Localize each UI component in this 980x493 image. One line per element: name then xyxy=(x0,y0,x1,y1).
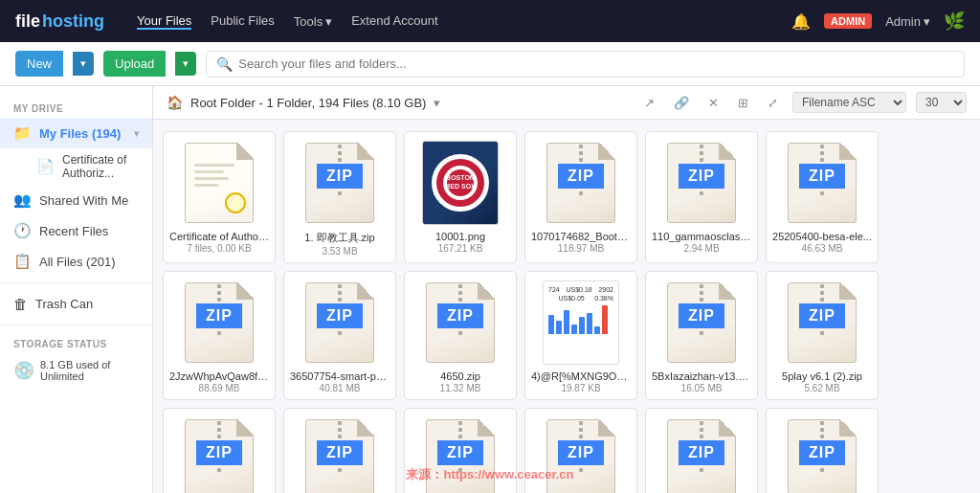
zip-thumb: ZIP xyxy=(788,143,857,223)
chevron-down-icon: ▾ xyxy=(134,128,139,139)
file-grid: Certificate of Authori... 7 files, 0.00 … xyxy=(153,120,980,493)
file-thumb: ZIP xyxy=(301,140,378,226)
new-dropdown-button[interactable]: ▾ xyxy=(73,52,94,76)
zip-thumb: ZIP xyxy=(788,282,857,363)
nav-your-files[interactable]: Your Files xyxy=(137,13,191,30)
file-card[interactable]: ZIP 1. 即教工具.zip 3.53 MB xyxy=(283,131,396,263)
content: 🏠 Root Folder - 1 Folder, 194 Files (8.1… xyxy=(153,86,980,493)
count-select[interactable]: 30 50 100 xyxy=(916,92,967,113)
file-size: 19.87 KB xyxy=(561,383,600,393)
logo: filehosting xyxy=(15,11,104,32)
nav-tools-label: Tools xyxy=(294,14,323,29)
home-icon[interactable]: 🏠 xyxy=(167,95,183,110)
expand-icon[interactable]: ⤢ xyxy=(763,93,783,113)
sort-select[interactable]: Filename ASC Filename DESC Date ASC Date… xyxy=(792,92,906,113)
file-card[interactable]: ZIP 5play v6.1 (2).zip 5.62 MB xyxy=(766,271,879,400)
file-size: 5.62 MB xyxy=(804,383,839,393)
file-card[interactable]: ZIP 6615c2bcb17f37d8e... 1.02 KB xyxy=(283,408,396,493)
sidebar-shared-label: Shared With Me xyxy=(39,193,128,208)
all-files-icon: 📋 xyxy=(13,253,32,270)
file-name: 5play v6.1 (2).zip xyxy=(772,370,872,382)
file-card[interactable]: ZIP 110_gammaosclasst... 2.94 MB xyxy=(645,131,758,263)
file-card[interactable]: ZIP 36507754-smart-pd... 40.81 MB xyxy=(283,271,396,400)
tools-chevron-icon: ▾ xyxy=(325,14,332,29)
sidebar-item-all-files[interactable]: 📋 All Files (201) xyxy=(0,246,152,277)
file-card[interactable]: ZIP 9344-hero-rescue-a... 52.05 MB xyxy=(766,408,879,493)
admin-chevron-icon: ▾ xyxy=(924,14,930,29)
file-card[interactable]: ZIP 1070174682_Bootst... 118.97 MB xyxy=(524,131,637,263)
zip-thumb: ZIP xyxy=(667,419,736,493)
upload-dropdown-button[interactable]: ▾ xyxy=(175,52,196,76)
sidebar-trash-label: Trash Can xyxy=(35,297,93,311)
file-name: 110_gammaosclasst... xyxy=(652,231,751,242)
folder-icon: 📁 xyxy=(13,124,32,142)
zip-thumb: ZIP xyxy=(305,419,374,493)
file-card[interactable]: ZIP 5BxIazaizhan-v13.1... 16.05 MB xyxy=(645,271,758,400)
file-card[interactable]: ZIP 4650.zip 11.32 MB xyxy=(404,271,517,400)
file-name: 10001.png xyxy=(411,231,510,242)
search-icon: 🔍 xyxy=(216,56,233,72)
file-thumb: ZIP xyxy=(543,140,619,226)
sidebar-recent-label: Recent Files xyxy=(39,224,108,238)
trash-icon: 🗑 xyxy=(13,296,28,312)
clock-icon: 🕐 xyxy=(13,222,32,239)
storage-drive-icon-row: 💿 8.1 GB used of Unlimited xyxy=(13,355,139,386)
admin-label[interactable]: Admin ▾ xyxy=(885,14,930,29)
file-thumb xyxy=(181,140,257,226)
file-thumb: BOSTON RED SOX xyxy=(422,140,499,226)
nav-extend-account[interactable]: Extend Account xyxy=(351,13,437,30)
sidebar-item-certificate[interactable]: 📄 Certificate of Authoriz... xyxy=(27,148,152,185)
shared-icon: 👥 xyxy=(13,191,32,209)
bell-icon[interactable]: 🔔 xyxy=(791,12,811,31)
logo-hosting: hosting xyxy=(42,11,104,32)
zip-thumb: ZIP xyxy=(185,419,254,493)
file-thumb: ZIP xyxy=(663,416,740,493)
zip-thumb: ZIP xyxy=(426,282,495,363)
file-card[interactable]: 724US$0.182902 US$0.050.38% 4)@R[%MXNG9O… xyxy=(524,271,637,400)
file-icon: 📄 xyxy=(36,158,55,175)
zip-thumb: ZIP xyxy=(788,419,857,493)
file-card[interactable]: ZIP 7806-water-sort-puz... 44.72 MB xyxy=(404,408,517,493)
sidebar-item-trash[interactable]: 🗑 Trash Can xyxy=(0,289,152,319)
file-name: 36507754-smart-pd... xyxy=(290,370,390,382)
header-right: 🔔 ADMIN Admin ▾ 🌿 xyxy=(791,11,965,32)
link-icon[interactable]: 🔗 xyxy=(669,93,694,113)
file-size: 3.53 MB xyxy=(322,246,357,257)
new-button[interactable]: New xyxy=(15,51,63,77)
nav-tools[interactable]: Tools ▾ xyxy=(294,13,332,30)
zip-thumb: ZIP xyxy=(546,143,615,223)
file-size: 11.32 MB xyxy=(440,383,481,393)
storage-label: 8.1 GB used of Unlimited xyxy=(40,359,139,382)
cert-thumb xyxy=(185,143,254,223)
grid-icon[interactable]: ⊞ xyxy=(733,93,753,113)
file-card[interactable]: ZIP 25205400-besa-ele... 46.63 MB xyxy=(766,131,879,263)
file-card[interactable]: ZIP 5play v6.1.zip 5.62 MB xyxy=(163,408,276,493)
upload-button[interactable]: Upload xyxy=(103,51,166,77)
file-card[interactable]: BOSTON RED SOX 10001.png 167.21 KB xyxy=(404,131,517,263)
file-thumb: ZIP xyxy=(422,280,499,366)
file-size: 46.63 MB xyxy=(802,243,843,254)
sidebar-item-my-files[interactable]: 📁 My Files (194) ▾ xyxy=(0,118,152,148)
sidebar-item-recent[interactable]: 🕐 Recent Files xyxy=(0,215,152,246)
logo-file: file xyxy=(15,11,40,32)
file-thumb: ZIP xyxy=(784,416,860,493)
main: MY DRIVE 📁 My Files (194) ▾ 📄 Certificat… xyxy=(0,86,980,493)
search-box: 🔍 xyxy=(206,51,965,78)
file-card[interactable]: ZIP 8910-zombie-killer-... 238.70 MB xyxy=(524,408,637,493)
file-card[interactable]: ZIP 9091-hyper-defense-... 283.42 MB xyxy=(645,408,758,493)
drive-icon: 💿 xyxy=(13,360,34,381)
header: filehosting Your Files Public Files Tool… xyxy=(0,0,980,42)
search-input[interactable] xyxy=(238,56,954,71)
file-card[interactable]: ZIP 2JzwWhpAvQaw8fb... 88.69 MB xyxy=(163,271,276,400)
close-icon[interactable]: ✕ xyxy=(703,93,724,113)
breadcrumb-chevron[interactable]: ▾ xyxy=(434,96,440,110)
storage-section: STORAGE STATUS 💿 8.1 GB used of Unlimite… xyxy=(0,331,152,393)
breadcrumb-bar: 🏠 Root Folder - 1 Folder, 194 Files (8.1… xyxy=(153,86,980,120)
share-icon[interactable]: ↗ xyxy=(639,93,659,113)
my-drive-title: MY DRIVE xyxy=(0,96,152,118)
sidebar-item-shared[interactable]: 👥 Shared With Me xyxy=(0,185,152,215)
nav-public-files[interactable]: Public Files xyxy=(211,13,274,30)
chart-thumb: 724US$0.182902 US$0.050.38% xyxy=(543,280,619,365)
sidebar-divider xyxy=(0,282,152,283)
file-card[interactable]: Certificate of Authori... 7 files, 0.00 … xyxy=(163,131,276,263)
